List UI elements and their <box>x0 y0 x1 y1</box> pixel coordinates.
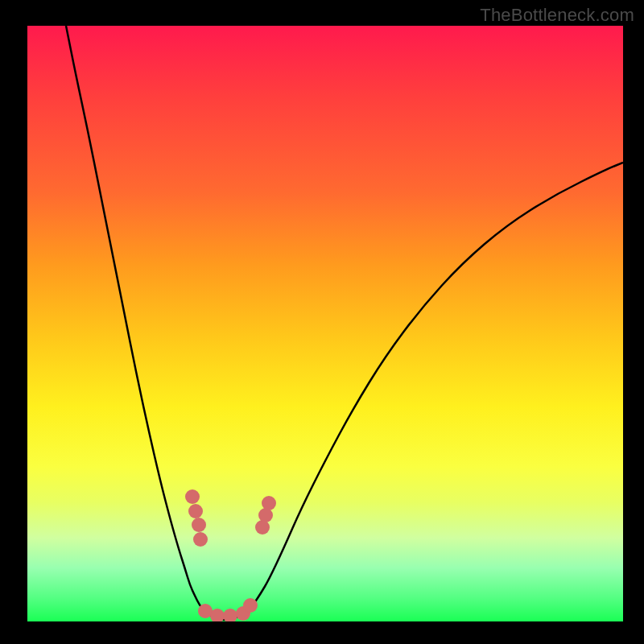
watermark-text: TheBottleneck.com <box>480 5 634 26</box>
data-marker <box>223 609 237 621</box>
plot-area <box>27 26 623 621</box>
data-marker <box>262 496 276 510</box>
outer-frame: TheBottleneck.com <box>0 0 644 644</box>
data-marker <box>193 532 208 547</box>
data-marker <box>188 504 203 518</box>
right-curve <box>224 163 623 620</box>
data-marker <box>185 489 200 504</box>
data-marker <box>192 518 206 532</box>
chart-svg <box>27 26 623 621</box>
data-marker <box>243 598 258 613</box>
